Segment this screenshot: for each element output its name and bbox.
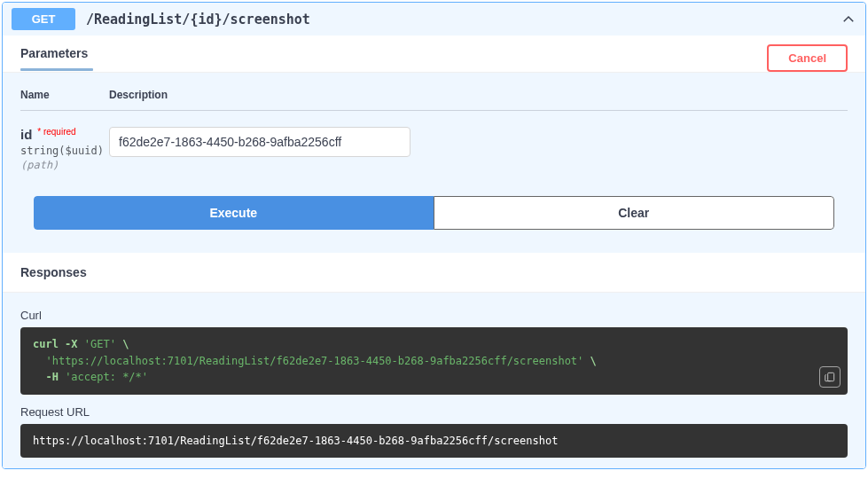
curl-text bbox=[33, 355, 45, 367]
required-mark: * required bbox=[37, 127, 75, 137]
parameters-table-header: Name Description bbox=[20, 89, 848, 111]
column-header-name: Name bbox=[20, 89, 109, 101]
clear-button[interactable]: Clear bbox=[434, 196, 835, 230]
parameters-tab[interactable]: Parameters bbox=[20, 46, 88, 71]
parameter-location: (path) bbox=[20, 159, 109, 171]
curl-text: \ bbox=[583, 355, 596, 367]
parameter-name-cell: id * required string($uuid) (path) bbox=[20, 127, 109, 171]
responses-body: Curl curl -X 'GET' \ 'https://localhost:… bbox=[3, 293, 865, 468]
curl-text: -H bbox=[33, 371, 65, 383]
request-url-block[interactable]: https://localhost:7101/ReadingList/f62de… bbox=[20, 424, 848, 459]
tab-underline bbox=[20, 68, 93, 71]
column-header-description: Description bbox=[109, 89, 848, 101]
chevron-up-icon bbox=[841, 12, 856, 27]
cancel-button[interactable]: Cancel bbox=[767, 44, 848, 72]
endpoint-body: Parameters Cancel Name Description id * … bbox=[3, 35, 865, 468]
parameter-value-cell bbox=[109, 127, 848, 157]
responses-title: Responses bbox=[20, 265, 87, 279]
endpoint-panel: GET /ReadingList/{id}/screenshot Paramet… bbox=[2, 2, 866, 469]
svg-rect-0 bbox=[828, 373, 834, 380]
curl-label: Curl bbox=[20, 309, 848, 322]
copy-button[interactable] bbox=[819, 366, 841, 388]
parameter-name: id bbox=[20, 127, 32, 142]
parameters-body: Name Description id * required string($u… bbox=[3, 73, 865, 253]
endpoint-header[interactable]: GET /ReadingList/{id}/screenshot bbox=[3, 3, 865, 35]
endpoint-path: /ReadingList/{id}/screenshot bbox=[86, 12, 841, 27]
http-method-badge: GET bbox=[12, 8, 75, 30]
parameters-section-header: Parameters Cancel bbox=[3, 35, 865, 72]
curl-code-block[interactable]: curl -X 'GET' \ 'https://localhost:7101/… bbox=[20, 327, 848, 395]
parameter-input-id[interactable] bbox=[109, 127, 411, 157]
execute-button[interactable]: Execute bbox=[34, 196, 434, 230]
clipboard-icon bbox=[824, 371, 836, 383]
curl-text: 'accept: */*' bbox=[65, 371, 148, 383]
parameter-type: string($uuid) bbox=[20, 145, 109, 157]
request-url-text: https://localhost:7101/ReadingList/f62de… bbox=[33, 435, 558, 447]
curl-text: \ bbox=[116, 338, 129, 350]
parameter-row: id * required string($uuid) (path) bbox=[20, 127, 848, 171]
action-button-row: Execute Clear bbox=[34, 196, 834, 230]
curl-text: 'GET' bbox=[84, 338, 116, 350]
curl-text: 'https://localhost:7101/ReadingList/f62d… bbox=[45, 355, 583, 367]
curl-text: curl -X bbox=[33, 338, 84, 350]
responses-section-header: Responses bbox=[3, 253, 865, 292]
request-url-label: Request URL bbox=[20, 405, 848, 419]
